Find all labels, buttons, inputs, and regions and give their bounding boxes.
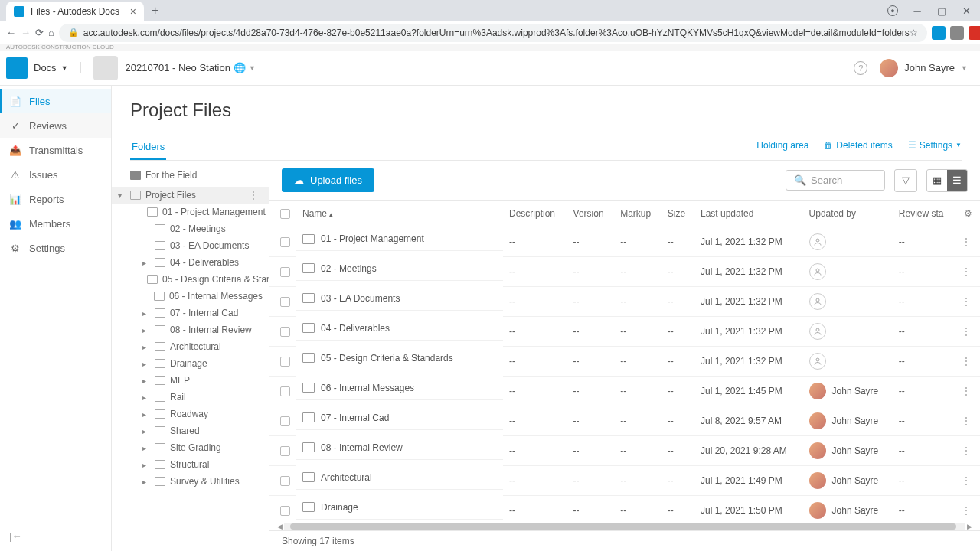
row-checkbox[interactable] xyxy=(280,237,290,247)
nav-item-reviews[interactable]: ✓Reviews xyxy=(0,113,111,138)
row-more-icon[interactable]: ⋮ xyxy=(956,466,980,496)
column-header[interactable]: Description xyxy=(503,201,567,227)
url-input[interactable]: 🔒 acc.autodesk.com/docs/files/projects/4… xyxy=(59,24,927,42)
chevron-right-icon[interactable]: ▸ xyxy=(142,360,150,368)
ext-icon[interactable] xyxy=(932,26,946,40)
table-row[interactable]: 05 - Design Criteria & Standards -- -- -… xyxy=(270,347,980,377)
row-checkbox[interactable] xyxy=(280,267,290,277)
row-more-icon[interactable]: ⋮ xyxy=(956,436,980,466)
table-row[interactable]: Drainage -- -- -- -- Jul 1, 2021 1:50 PM… xyxy=(270,496,980,523)
column-settings-icon[interactable]: ⚙ xyxy=(956,201,980,227)
nav-item-reports[interactable]: 📊Reports xyxy=(0,187,111,211)
tree-item[interactable]: ▸04 - Deliverables xyxy=(112,254,269,271)
minimize-icon[interactable]: ─ xyxy=(906,3,928,18)
tree-item[interactable]: ▸Shared xyxy=(112,422,269,439)
user-menu[interactable]: John Sayre ▼ xyxy=(880,59,968,77)
help-icon[interactable]: ? xyxy=(854,61,867,75)
row-checkbox[interactable] xyxy=(280,416,290,426)
chevron-down-icon[interactable]: ▾ xyxy=(118,191,126,200)
tree-item-for-the-field[interactable]: For the Field xyxy=(112,167,269,184)
row-checkbox[interactable] xyxy=(280,506,290,516)
tree-item[interactable]: ▸Site Grading xyxy=(112,439,269,456)
row-more-icon[interactable]: ⋮ xyxy=(956,377,980,406)
tree-item[interactable]: ▸Survey & Utilities xyxy=(112,473,269,490)
nav-item-files[interactable]: 📄Files xyxy=(0,89,111,113)
tab-folders[interactable]: Folders xyxy=(130,135,166,160)
column-header[interactable]: Markup xyxy=(614,201,662,227)
row-more-icon[interactable]: ⋮ xyxy=(956,227,980,257)
search-input[interactable]: 🔍 Search xyxy=(786,170,885,191)
row-checkbox[interactable] xyxy=(280,386,290,396)
close-window-icon[interactable]: ✕ xyxy=(956,3,977,18)
chevron-right-icon[interactable]: ▸ xyxy=(142,444,150,452)
chevron-right-icon[interactable]: ▸ xyxy=(142,461,150,469)
table-row[interactable]: Architectural -- -- -- -- Jul 1, 2021 1:… xyxy=(270,466,980,496)
horizontal-scrollbar[interactable]: ◀ ▶ xyxy=(270,523,980,530)
table-row[interactable]: 04 - Deliverables -- -- -- -- Jul 1, 202… xyxy=(270,317,980,347)
chevron-down-icon[interactable]: ▼ xyxy=(249,64,256,72)
tree-item[interactable]: ▸Drainage xyxy=(112,355,269,372)
chevron-right-icon[interactable]: ▸ xyxy=(142,259,150,267)
collapse-sidebar-icon[interactable]: |← xyxy=(9,530,21,542)
row-checkbox[interactable] xyxy=(280,297,290,307)
table-row[interactable]: 07 - Internal Cad -- -- -- -- Jul 8, 202… xyxy=(270,406,980,436)
tree-item[interactable]: ▸07 - Internal Cad xyxy=(112,305,269,321)
chevron-right-icon[interactable]: ▸ xyxy=(142,427,150,435)
row-checkbox[interactable] xyxy=(280,446,290,456)
maximize-icon[interactable]: ▢ xyxy=(931,3,952,18)
tree-item[interactable]: ▸Structural xyxy=(112,456,269,473)
row-checkbox[interactable] xyxy=(280,476,290,486)
table-row[interactable]: 08 - Internal Review -- -- -- -- Jul 20,… xyxy=(270,436,980,466)
tree-item[interactable]: ▸MEP xyxy=(112,372,269,389)
tree-item[interactable]: 03 - EA Documents xyxy=(112,237,269,254)
docs-selector[interactable]: Docs ▼ xyxy=(34,62,81,73)
account-icon[interactable]: ● xyxy=(882,3,903,18)
column-header[interactable]: Updated by xyxy=(803,201,893,227)
row-checkbox[interactable] xyxy=(280,327,290,337)
column-header[interactable]: Version xyxy=(567,201,615,227)
star-icon[interactable]: ☆ xyxy=(910,28,918,38)
column-header[interactable]: Name ▴ xyxy=(296,201,503,227)
table-row[interactable]: 06 - Internal Messages -- -- -- -- Jul 1… xyxy=(270,377,980,406)
tree-item[interactable]: ▸Roadway xyxy=(112,406,269,422)
table-row[interactable]: 03 - EA Documents -- -- -- -- Jul 1, 202… xyxy=(270,287,980,317)
tree-item[interactable]: ▸08 - Internal Review xyxy=(112,321,269,338)
chevron-right-icon[interactable]: ▸ xyxy=(142,309,150,318)
more-icon[interactable]: ⋮ xyxy=(249,190,263,201)
tree-item-project-files[interactable]: ▾ Project Files ⋮ xyxy=(112,187,269,204)
select-all-checkbox[interactable] xyxy=(280,209,290,219)
row-more-icon[interactable]: ⋮ xyxy=(956,496,980,523)
nav-item-issues[interactable]: ⚠Issues xyxy=(0,162,111,187)
reload-icon[interactable]: ⟳ xyxy=(35,24,44,41)
table-row[interactable]: 02 - Meetings -- -- -- -- Jul 1, 2021 1:… xyxy=(270,257,980,287)
column-header[interactable]: Review sta xyxy=(893,201,956,227)
ext-icon[interactable] xyxy=(950,26,964,40)
row-more-icon[interactable]: ⋮ xyxy=(956,287,980,317)
tree-item[interactable]: 05 - Design Criteria & Stan... xyxy=(112,271,269,288)
row-checkbox[interactable] xyxy=(280,357,290,367)
deleted-items-link[interactable]: 🗑Deleted items xyxy=(824,140,892,151)
tree-item[interactable]: ▸Architectural xyxy=(112,338,269,355)
browser-tab[interactable]: Files - Autodesk Docs × xyxy=(6,2,144,21)
ext-icon[interactable] xyxy=(969,26,980,40)
list-view-button[interactable]: ☰ xyxy=(947,170,967,191)
chevron-right-icon[interactable]: ▸ xyxy=(142,393,150,402)
nav-item-transmittals[interactable]: 📤Transmittals xyxy=(0,138,111,162)
column-header[interactable]: Size xyxy=(662,201,694,227)
globe-icon[interactable]: 🌐 xyxy=(234,62,246,73)
row-more-icon[interactable]: ⋮ xyxy=(956,406,980,436)
nav-item-settings[interactable]: ⚙Settings xyxy=(0,236,111,260)
forward-icon[interactable]: → xyxy=(21,24,31,41)
row-more-icon[interactable]: ⋮ xyxy=(956,347,980,377)
holding-area-link[interactable]: Holding area xyxy=(756,140,808,151)
settings-link[interactable]: ☰Settings▼ xyxy=(908,140,962,151)
chevron-right-icon[interactable]: ▸ xyxy=(142,478,150,486)
close-tab-icon[interactable]: × xyxy=(130,5,136,18)
home-icon[interactable]: ⌂ xyxy=(48,24,54,41)
upload-files-button[interactable]: ☁ Upload files xyxy=(282,168,374,192)
new-tab-button[interactable]: + xyxy=(144,4,166,18)
column-header[interactable]: Last updated xyxy=(694,201,803,227)
tree-item[interactable]: 01 - Project Management xyxy=(112,204,269,220)
filter-button[interactable]: ▽ xyxy=(894,169,917,192)
app-logo-icon[interactable] xyxy=(6,57,28,79)
